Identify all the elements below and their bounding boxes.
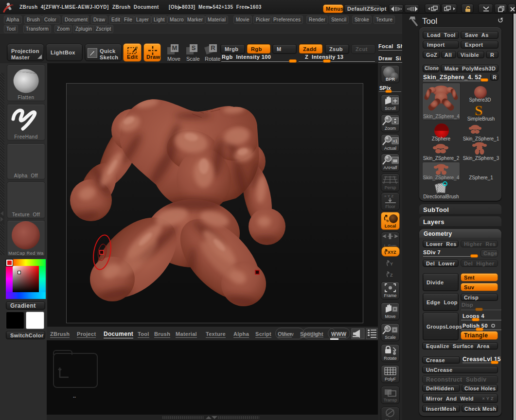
svg-text:↻: ↻ (386, 219, 389, 223)
svg-text:× Y Z: × Y Z (384, 194, 393, 198)
svg-text:x1: x1 (393, 139, 398, 143)
svg-text:Y: Y (390, 262, 393, 266)
svg-text:S: S (475, 103, 483, 117)
svg-text:Z: Z (390, 273, 393, 278)
svg-text:XYZ: XYZ (388, 250, 396, 255)
